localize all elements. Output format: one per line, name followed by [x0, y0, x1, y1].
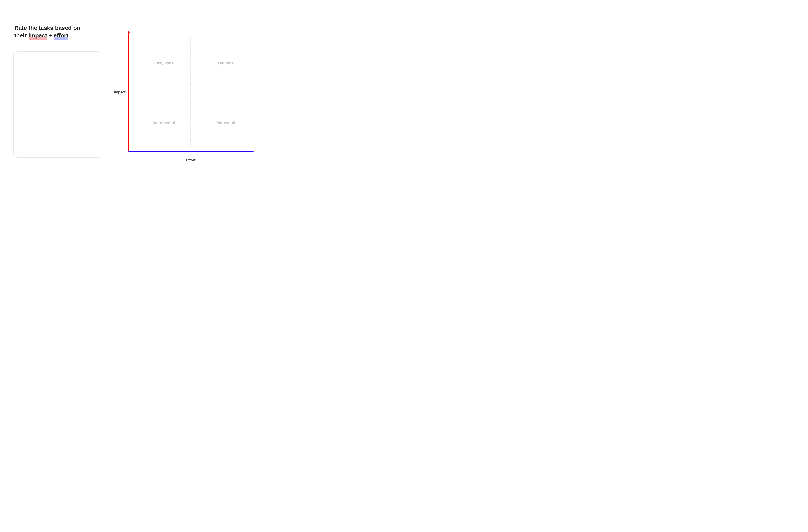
quadrant-label-big-bets: Big bets — [206, 61, 246, 66]
quadrant-label-incremental: Incremental — [144, 121, 184, 125]
heading-impact-word: impact — [29, 32, 47, 39]
heading-effort-word: effort — [54, 32, 68, 39]
quadrant-label-easy-wins: Easy wins — [144, 61, 184, 66]
y-axis — [128, 32, 129, 152]
task-card-placeholder — [13, 51, 102, 158]
y-axis-label: Impact — [114, 90, 126, 94]
horizontal-divider — [133, 92, 248, 92]
impact-effort-matrix: Easy wins Big bets Incremental Money pit… — [124, 32, 248, 156]
page-title: Rate the tasks based on their impact + e… — [14, 24, 94, 39]
x-axis — [128, 151, 253, 152]
quadrant-label-money-pit: Money pit — [206, 121, 246, 125]
heading-plus: + — [47, 32, 54, 39]
x-axis-label: Effort — [186, 158, 196, 162]
